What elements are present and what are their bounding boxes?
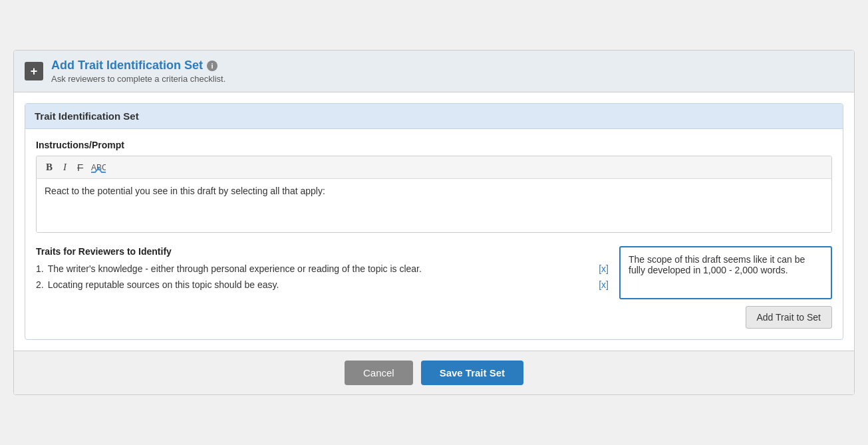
section-box: Trait Identification Set Instructions/Pr… bbox=[25, 103, 843, 340]
trait-item-2: 2. Locating reputable sources on this to… bbox=[36, 279, 609, 290]
editor-content[interactable]: React to the potential you see in this d… bbox=[37, 179, 831, 232]
traits-list: 1. The writer's knowledge - either throu… bbox=[36, 263, 609, 290]
editor-container: B I F ABC React to the potential you see… bbox=[36, 156, 832, 233]
italic-button[interactable]: I bbox=[61, 160, 69, 174]
trait-text-2: Locating reputable sources on this topic… bbox=[48, 279, 595, 290]
trait-remove-2[interactable]: [x] bbox=[599, 279, 609, 290]
cancel-button[interactable]: Cancel bbox=[345, 361, 413, 385]
header-icon: + bbox=[25, 62, 43, 80]
modal-header: + Add Trait Identification Set i Ask rev… bbox=[14, 51, 854, 92]
save-button[interactable]: Save Trait Set bbox=[421, 361, 523, 385]
header-title-text: Add Trait Identification Set bbox=[51, 59, 203, 73]
header-subtitle: Ask reviewers to complete a criteria che… bbox=[51, 74, 225, 84]
trait-remove-1[interactable]: [x] bbox=[599, 263, 609, 274]
modal-body: Trait Identification Set Instructions/Pr… bbox=[14, 92, 854, 351]
trait-number-1: 1. bbox=[36, 263, 44, 274]
spellcheck-icon: ABC bbox=[91, 162, 106, 174]
instructions-label: Instructions/Prompt bbox=[36, 140, 832, 150]
traits-heading: Traits for Reviewers to Identify bbox=[36, 246, 609, 257]
traits-left: Traits for Reviewers to Identify 1. The … bbox=[36, 246, 609, 295]
trait-number-2: 2. bbox=[36, 279, 44, 290]
modal-footer: Cancel Save Trait Set bbox=[14, 351, 854, 394]
strikethrough-button[interactable]: F bbox=[74, 160, 86, 174]
traits-section: Traits for Reviewers to Identify 1. The … bbox=[36, 246, 832, 329]
trait-text-1: The writer's knowledge - either through … bbox=[48, 263, 595, 274]
section-title: Trait Identification Set bbox=[25, 104, 843, 129]
info-icon[interactable]: i bbox=[207, 61, 217, 71]
trait-item-1: 1. The writer's knowledge - either throu… bbox=[36, 263, 609, 274]
modal-container: + Add Trait Identification Set i Ask rev… bbox=[13, 50, 855, 395]
header-title-row: Add Trait Identification Set i bbox=[51, 59, 225, 73]
bold-button[interactable]: B bbox=[43, 160, 55, 174]
section-body: Instructions/Prompt B I F ABC bbox=[25, 129, 843, 339]
header-text-block: Add Trait Identification Set i Ask revie… bbox=[51, 59, 225, 84]
add-trait-button[interactable]: Add Trait to Set bbox=[746, 306, 833, 329]
editor-toolbar: B I F ABC bbox=[37, 156, 831, 179]
trait-input-box[interactable]: The scope of this draft seems like it ca… bbox=[619, 246, 832, 299]
traits-right: The scope of this draft seems like it ca… bbox=[619, 246, 832, 329]
